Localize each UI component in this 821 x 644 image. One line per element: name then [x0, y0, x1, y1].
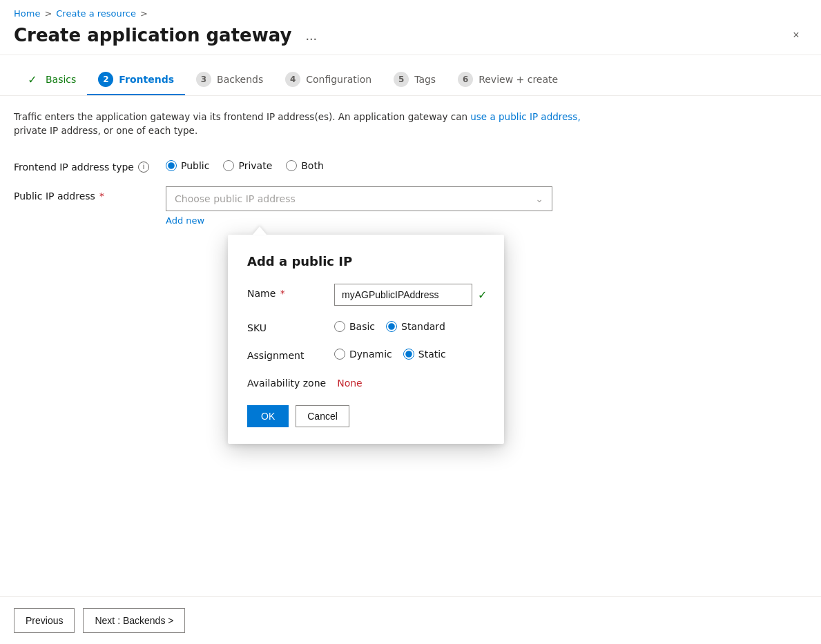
modal-sku-radio-group: Basic Standard — [334, 318, 445, 332]
step-configuration-circle: 4 — [285, 72, 300, 87]
step-backends-circle: 3 — [196, 72, 211, 87]
modal-sku-standard[interactable]: Standard — [386, 321, 445, 332]
description-text2: private IP address, or one of each type. — [14, 125, 197, 136]
modal-name-row: Name * ✓ — [247, 284, 485, 306]
header: Home > Create a resource > Create applic… — [0, 0, 821, 55]
frontend-ip-type-label: Frontend IP address type i — [14, 157, 152, 173]
step-tags-circle: 5 — [394, 72, 409, 87]
modal-ok-button[interactable]: OK — [247, 405, 289, 427]
step-review-create-label: Review + create — [479, 74, 558, 85]
modal-assignment-dynamic-input[interactable] — [334, 349, 345, 360]
radio-public[interactable]: Public — [166, 160, 209, 171]
radio-both[interactable]: Both — [286, 160, 324, 171]
public-ip-dropdown-container: Choose public IP address ⌄ Add new — [166, 186, 552, 226]
modal-sku-standard-input[interactable] — [386, 321, 397, 332]
modal-assignment-static-label: Static — [418, 349, 446, 360]
step-backends[interactable]: 3 Backends — [185, 66, 274, 95]
public-ip-label: Public IP address * — [14, 186, 152, 202]
public-ip-dropdown-placeholder: Choose public IP address — [175, 193, 296, 204]
page-title: Create application gateway ... — [14, 25, 322, 46]
modal-assignment-row: Assignment Dynamic Static — [247, 346, 485, 361]
radio-both-input[interactable] — [286, 160, 297, 171]
step-review-create-circle: 6 — [458, 72, 473, 87]
public-ip-label-text: Public IP address — [14, 191, 95, 202]
modal-sku-basic-input[interactable] — [334, 321, 345, 332]
radio-private-label: Private — [238, 160, 272, 171]
description-text1: Traffic enters the application gateway v… — [14, 111, 467, 122]
content: Traffic enters the application gateway v… — [0, 96, 821, 596]
modal-sku-standard-label: Standard — [401, 321, 445, 332]
step-frontends[interactable]: 2 Frontends — [87, 66, 185, 95]
modal-assignment-dynamic-label: Dynamic — [349, 349, 392, 360]
breadcrumb: Home > Create a resource > — [14, 8, 807, 19]
modal-title: Add a public IP — [247, 254, 485, 269]
modal-assignment-static-input[interactable] — [403, 349, 414, 360]
breadcrumb-sep1: > — [44, 8, 52, 19]
step-backends-label: Backends — [217, 74, 263, 85]
radio-public-input[interactable] — [166, 160, 177, 171]
frontend-ip-radio-group: Public Private Both — [166, 157, 324, 171]
modal-cancel-button[interactable]: Cancel — [296, 405, 349, 427]
step-basics-circle: ✓ — [25, 72, 40, 87]
description-link1[interactable]: use a public IP address, — [470, 111, 580, 122]
modal-sku-basic-label: Basic — [349, 321, 375, 332]
modal-assignment-radio-group: Dynamic Static — [334, 346, 446, 360]
radio-both-label: Both — [301, 160, 324, 171]
frontend-ip-type-label-text: Frontend IP address type — [14, 162, 134, 173]
step-frontends-circle: 2 — [98, 72, 113, 87]
ellipsis-button[interactable]: ... — [300, 25, 322, 46]
modal-name-label-text: Name — [247, 288, 276, 299]
chevron-down-icon: ⌄ — [535, 193, 543, 204]
public-ip-required-star: * — [99, 191, 104, 202]
description: Traffic enters the application gateway v… — [14, 110, 608, 138]
step-configuration-label: Configuration — [306, 74, 371, 85]
public-ip-dropdown[interactable]: Choose public IP address ⌄ — [166, 186, 552, 211]
modal-actions: OK Cancel — [247, 405, 485, 427]
radio-private-input[interactable] — [223, 160, 234, 171]
frontend-ip-info-icon[interactable]: i — [138, 162, 149, 173]
modal-name-required: * — [280, 288, 285, 299]
add-public-ip-modal: Add a public IP Name * ✓ SKU Basi — [228, 235, 504, 444]
modal-availability-value: None — [337, 373, 363, 389]
radio-public-label: Public — [181, 160, 209, 171]
breadcrumb-create-resource[interactable]: Create a resource — [56, 8, 136, 19]
frontend-ip-type-row: Frontend IP address type i Public Privat… — [14, 157, 807, 173]
next-button[interactable]: Next : Backends > — [83, 608, 185, 633]
modal-name-label: Name * — [247, 284, 323, 299]
public-ip-row: Public IP address * Choose public IP add… — [14, 186, 807, 226]
modal-assignment-static[interactable]: Static — [403, 349, 446, 360]
step-basics[interactable]: ✓ Basics — [14, 66, 87, 95]
modal-availability-row: Availability zone None — [247, 373, 485, 389]
modal-assignment-dynamic[interactable]: Dynamic — [334, 349, 392, 360]
close-button[interactable]: × — [785, 24, 807, 46]
modal-name-input-container: ✓ — [334, 284, 487, 306]
step-review-create[interactable]: 6 Review + create — [447, 66, 569, 95]
footer: Previous Next : Backends > — [0, 596, 821, 644]
step-tags-label: Tags — [414, 74, 436, 85]
steps-bar: ✓ Basics 2 Frontends 3 Backends 4 Config… — [0, 55, 821, 96]
modal-availability-label: Availability zone — [247, 373, 326, 389]
breadcrumb-sep2: > — [140, 8, 148, 19]
modal-sku-row: SKU Basic Standard — [247, 318, 485, 333]
modal-sku-label: SKU — [247, 318, 323, 333]
page-container: Home > Create a resource > Create applic… — [0, 0, 821, 644]
modal-name-input[interactable] — [334, 284, 472, 306]
modal-sku-basic[interactable]: Basic — [334, 321, 375, 332]
modal-assignment-label: Assignment — [247, 346, 323, 361]
previous-button[interactable]: Previous — [14, 608, 75, 633]
breadcrumb-home[interactable]: Home — [14, 8, 40, 19]
step-frontends-label: Frontends — [119, 74, 174, 85]
title-row: Create application gateway ... × — [14, 24, 807, 46]
step-configuration[interactable]: 4 Configuration — [274, 66, 383, 95]
add-new-link[interactable]: Add new — [166, 215, 552, 226]
step-basics-label: Basics — [46, 74, 76, 85]
title-text: Create application gateway — [14, 25, 291, 46]
modal-connector — [253, 226, 267, 235]
modal-availability-label-text: Availability zone — [247, 378, 326, 389]
modal-name-check-icon: ✓ — [478, 289, 487, 302]
radio-private[interactable]: Private — [223, 160, 272, 171]
step-tags[interactable]: 5 Tags — [383, 66, 447, 95]
